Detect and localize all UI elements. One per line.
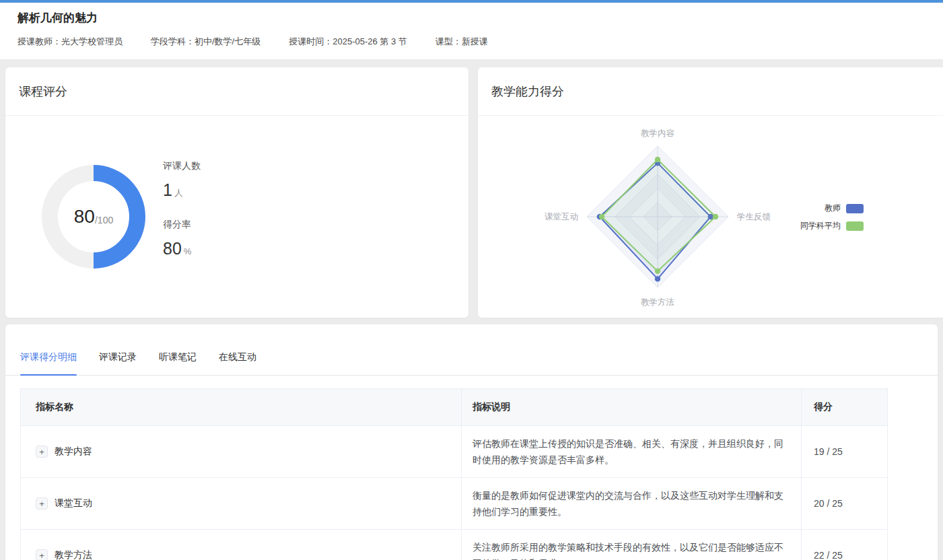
- teaching-ability-card-header: 教学能力得分: [478, 67, 943, 116]
- teaching-ability-title: 教学能力得分: [491, 83, 564, 100]
- teacher-legend-swatch-icon: [846, 204, 864, 213]
- legend-subject-average-label: 同学科平均: [800, 220, 841, 232]
- course-score-card-header: 课程评分: [5, 67, 468, 116]
- indicator-name: 教学方法: [55, 549, 92, 560]
- svg-text:教学方法: 教学方法: [641, 298, 674, 307]
- legend-item-subject-average[interactable]: 同学科平均: [800, 220, 864, 232]
- indicator-desc: 评估教师在课堂上传授的知识是否准确、相关、有深度，并且组织良好，同时使用的教学资…: [462, 426, 802, 478]
- indicator-score: 19 / 25: [802, 426, 888, 478]
- stat-score-rate: 得分率 80%: [163, 217, 201, 262]
- meta-teacher-label: 授课教师：: [18, 36, 61, 46]
- stat-score-rate-label: 得分率: [163, 217, 201, 231]
- evaluation-detail-card: 评课得分明细 评课记录 听课笔记 在线互动 指标名称 指标说明 得分 +教学内容…: [5, 324, 938, 560]
- col-header-indicator-desc: 指标说明: [462, 389, 802, 426]
- reviewer-count-unit: 人: [174, 188, 183, 198]
- indicator-name-cell: +教学方法: [21, 530, 462, 560]
- meta-subject-label: 学段学科：: [151, 36, 195, 46]
- indicator-desc: 关注教师所采用的教学策略和技术手段的有效性，以及它们是否能够适应不同的学习风格和…: [462, 530, 802, 560]
- meta-time: 授课时间：2025-05-26 第 3 节: [289, 36, 407, 48]
- svg-text:课堂互动: 课堂互动: [545, 212, 578, 221]
- meta-course-type: 课型：新授课: [435, 36, 488, 48]
- table-row: +教学方法 关注教师所采用的教学策略和技术手段的有效性，以及它们是否能够适应不同…: [21, 530, 888, 560]
- expand-row-icon[interactable]: +: [36, 446, 48, 458]
- score-max: /100: [95, 215, 113, 225]
- score-donut-chart: 80 /100: [42, 165, 145, 269]
- course-score-title: 课程评分: [19, 83, 67, 100]
- table-header-row: 指标名称 指标说明 得分: [21, 389, 888, 426]
- stat-reviewer-count-label: 评课人数: [163, 159, 201, 172]
- meta-time-value: 2025-05-26 第 3 节: [333, 36, 407, 46]
- indicator-table-wrap: 指标名称 指标说明 得分 +教学内容 评估教师在课堂上传授的知识是否准确、相关、…: [20, 388, 923, 560]
- indicator-name: 课堂互动: [55, 497, 92, 508]
- meta-course-type-label: 课型：: [435, 36, 462, 46]
- teaching-ability-card: 教学能力得分 教学内容学生反馈教学方法课堂互动 教师 同学科平均: [478, 67, 943, 318]
- score-stats: 评课人数 1人 得分率 80%: [163, 159, 201, 276]
- radar-legend: 教师 同学科平均: [800, 203, 864, 238]
- course-evaluation-page: { "header": { "title": "解析几何的魅力", "meta"…: [0, 0, 943, 560]
- tab-score-detail[interactable]: 评课得分明细: [20, 351, 77, 375]
- summary-cards-row: 课程评分 80 /100 评课人数 1人 得分率 80%: [5, 67, 943, 318]
- col-header-indicator-name: 指标名称: [21, 389, 462, 426]
- svg-text:学生反馈: 学生反馈: [737, 212, 771, 221]
- course-score-card: 课程评分 80 /100 评课人数 1人 得分率 80%: [5, 67, 468, 318]
- indicator-score: 22 / 25: [802, 530, 888, 560]
- score-rate-number: 80: [163, 239, 182, 258]
- tab-listening-notes[interactable]: 听课笔记: [159, 351, 197, 375]
- tab-bar: 评课得分明细 评课记录 听课笔记 在线互动: [5, 324, 938, 376]
- score-rate-unit: %: [184, 246, 192, 256]
- stat-reviewer-count: 评课人数 1人: [163, 159, 201, 203]
- indicator-name: 教学内容: [55, 446, 92, 456]
- col-header-score: 得分: [802, 389, 888, 426]
- teaching-ability-body: 教学内容学生反馈教学方法课堂互动 教师 同学科平均: [478, 116, 943, 317]
- expand-row-icon[interactable]: +: [36, 497, 48, 510]
- meta-teacher: 授课教师：光大学校管理员: [18, 36, 123, 48]
- legend-item-teacher[interactable]: 教师: [800, 203, 864, 214]
- indicator-desc: 衡量的是教师如何促进课堂内的交流与合作，以及这些互动对学生理解和支持他们学习的重…: [462, 478, 802, 530]
- meta-subject-value: 初中/数学/七年级: [195, 36, 260, 46]
- indicator-table: 指标名称 指标说明 得分 +教学内容 评估教师在课堂上传授的知识是否准确、相关、…: [20, 388, 888, 560]
- indicator-name-cell: +课堂互动: [21, 478, 462, 530]
- table-row: +课堂互动 衡量的是教师如何促进课堂内的交流与合作，以及这些互动对学生理解和支持…: [21, 478, 888, 530]
- score-donut-label: 80 /100: [42, 165, 145, 269]
- score-value: 80: [74, 206, 95, 228]
- svg-text:教学内容: 教学内容: [641, 129, 675, 138]
- meta-time-label: 授课时间：: [289, 36, 333, 46]
- reviewer-count-number: 1: [163, 180, 172, 199]
- stat-score-rate-value: 80%: [163, 238, 201, 262]
- course-score-body: 80 /100 评课人数 1人 得分率 80%: [5, 116, 468, 317]
- page-title: 解析几何的魅力: [18, 9, 925, 27]
- expand-row-icon[interactable]: +: [36, 549, 48, 560]
- radar-chart: 教学内容学生反馈教学方法课堂互动: [478, 116, 943, 317]
- subject-average-legend-swatch-icon: [846, 221, 864, 231]
- indicator-score: 20 / 25: [802, 478, 888, 530]
- tab-online-interaction[interactable]: 在线互动: [219, 351, 256, 375]
- stat-reviewer-count-value: 1人: [163, 180, 201, 203]
- table-row: +教学内容 评估教师在课堂上传授的知识是否准确、相关、有深度，并且组织良好，同时…: [21, 426, 888, 478]
- meta-course-type-value: 新授课: [462, 36, 488, 46]
- course-header: 解析几何的魅力 授课教师：光大学校管理员 学段学科：初中/数学/七年级 授课时间…: [0, 3, 943, 59]
- course-meta: 授课教师：光大学校管理员 学段学科：初中/数学/七年级 授课时间：2025-05…: [18, 36, 925, 48]
- meta-teacher-value: 光大学校管理员: [61, 36, 123, 46]
- indicator-name-cell: +教学内容: [21, 426, 462, 478]
- tab-review-records[interactable]: 评课记录: [99, 351, 137, 375]
- legend-teacher-label: 教师: [825, 203, 841, 214]
- meta-subject: 学段学科：初中/数学/七年级: [151, 36, 260, 48]
